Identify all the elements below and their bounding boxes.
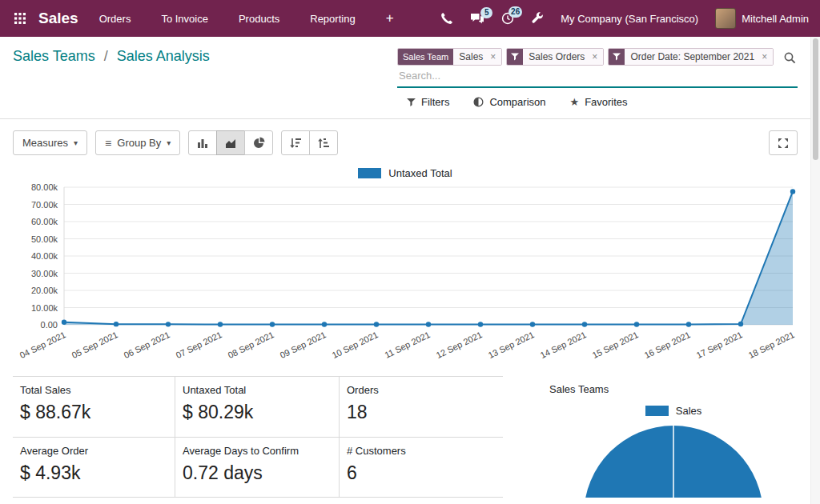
sort-descending-button[interactable] xyxy=(281,130,310,155)
search-area: Sales Team Sales × Sales Orders × Order … xyxy=(397,48,798,108)
messages-icon[interactable]: 5 xyxy=(470,13,484,25)
facet-sales-orders: Sales Orders × xyxy=(506,48,604,66)
top-navbar: Sales Orders To Invoice Products Reporti… xyxy=(0,0,820,37)
svg-text:10 Sep 2021: 10 Sep 2021 xyxy=(331,330,380,360)
svg-text:06 Sep 2021: 06 Sep 2021 xyxy=(123,330,171,360)
stat-value: $ 80.29k xyxy=(183,402,331,423)
svg-text:09 Sep 2021: 09 Sep 2021 xyxy=(279,330,328,360)
facet-remove-icon[interactable]: × xyxy=(488,49,501,65)
app-name[interactable]: Sales xyxy=(38,10,78,27)
stat-label: Average Order xyxy=(20,445,167,457)
svg-text:50.00k: 50.00k xyxy=(31,234,58,244)
line-chart-button[interactable] xyxy=(216,130,245,155)
scrollbar-thumb[interactable] xyxy=(813,38,818,160)
nav-item-to-invoice[interactable]: To Invoice xyxy=(161,13,208,25)
bar-chart-button[interactable] xyxy=(188,130,217,155)
stat-value: 6 xyxy=(347,462,495,484)
legend-label: Untaxed Total xyxy=(388,167,452,179)
chart-type-switcher xyxy=(188,130,273,155)
main-menu: Orders To Invoice Products Reporting xyxy=(99,13,356,25)
favorites-dropdown[interactable]: ★ Favorites xyxy=(569,96,627,108)
pie-chart-button[interactable] xyxy=(244,130,273,155)
measures-label: Measures xyxy=(22,137,68,149)
nav-item-products[interactable]: Products xyxy=(239,13,279,25)
svg-text:13 Sep 2021: 13 Sep 2021 xyxy=(487,330,536,360)
sort-desc-icon xyxy=(289,138,302,149)
sort-switcher xyxy=(281,130,338,155)
view-toolbar: Measures ▾ ≡ Group By ▾ xyxy=(0,119,810,155)
user-name: Mitchell Admin xyxy=(742,13,809,25)
breadcrumb-parent[interactable]: Sales Teams xyxy=(13,48,95,64)
filters-label: Filters xyxy=(421,96,449,108)
grid-icon xyxy=(14,12,26,25)
svg-text:0.00: 0.00 xyxy=(41,320,58,330)
group-by-label: Group By xyxy=(117,137,161,149)
list-icon: ≡ xyxy=(105,137,111,150)
pie-chart-title: Sales Teams xyxy=(549,376,798,395)
bar-chart-icon xyxy=(197,138,208,149)
stat-value: 0.72 days xyxy=(183,462,331,484)
facet-sales-team: Sales Team Sales × xyxy=(397,48,502,66)
breadcrumb: Sales Teams / Sales Analysis xyxy=(13,48,210,65)
company-switcher[interactable]: My Company (San Francisco) xyxy=(561,13,698,25)
chevron-down-icon: ▾ xyxy=(74,138,78,147)
activities-clock-icon[interactable]: 26 xyxy=(501,12,514,25)
pie-chart-legend[interactable]: Sales xyxy=(549,405,798,417)
adjust-icon xyxy=(473,97,484,107)
sort-ascending-button[interactable] xyxy=(309,130,338,155)
svg-text:10.00k: 10.00k xyxy=(31,303,58,313)
measures-button[interactable]: Measures ▾ xyxy=(13,130,87,155)
dashboard-stats: Total Sales $ 88.67k Untaxed Total $ 80.… xyxy=(0,376,810,498)
group-by-button[interactable]: ≡ Group By ▾ xyxy=(95,130,180,155)
search-controls: Filters Comparison ★ Favorites xyxy=(397,96,798,108)
messages-count-badge: 5 xyxy=(480,7,492,18)
phone-icon[interactable] xyxy=(440,12,453,25)
favorites-label: Favorites xyxy=(585,96,627,108)
nav-item-reporting[interactable]: Reporting xyxy=(310,13,355,25)
facet-order-date: Order Date: September 2021 × xyxy=(608,48,774,66)
search-box: Sales Team Sales × Sales Orders × Order … xyxy=(397,48,798,88)
search-input[interactable] xyxy=(397,66,777,84)
line-chart-legend[interactable]: Untaxed Total xyxy=(0,167,810,179)
svg-text:30.00k: 30.00k xyxy=(31,269,58,278)
stat-label: # Customers xyxy=(347,445,495,457)
star-icon: ★ xyxy=(569,96,579,108)
svg-text:70.00k: 70.00k xyxy=(31,200,58,210)
svg-text:40.00k: 40.00k xyxy=(31,251,58,261)
stat-label: Orders xyxy=(347,384,495,396)
facet-remove-icon[interactable]: × xyxy=(590,49,603,65)
facet-remove-icon[interactable]: × xyxy=(760,49,773,65)
quick-create-plus-icon[interactable]: + xyxy=(386,10,394,26)
nav-item-orders[interactable]: Orders xyxy=(99,13,131,25)
svg-text:20.00k: 20.00k xyxy=(31,286,58,295)
svg-text:05 Sep 2021: 05 Sep 2021 xyxy=(70,330,119,360)
filters-dropdown[interactable]: Filters xyxy=(407,96,449,108)
graph-view: Measures ▾ ≡ Group By ▾ xyxy=(0,118,810,498)
comparison-dropdown[interactable]: Comparison xyxy=(473,96,545,108)
pie-chart xyxy=(549,421,798,498)
svg-text:14 Sep 2021: 14 Sep 2021 xyxy=(539,330,588,360)
stat-value: $ 4.93k xyxy=(20,462,167,484)
svg-text:80.00k: 80.00k xyxy=(31,182,58,192)
chevron-down-icon: ▾ xyxy=(167,138,171,147)
svg-text:18 Sep 2021: 18 Sep 2021 xyxy=(747,330,796,360)
svg-text:11 Sep 2021: 11 Sep 2021 xyxy=(383,330,432,360)
facet-field-label: Sales Team xyxy=(398,49,453,65)
user-avatar xyxy=(715,8,736,29)
svg-text:15 Sep 2021: 15 Sep 2021 xyxy=(591,330,640,360)
user-menu[interactable]: Mitchell Admin xyxy=(715,8,809,29)
stat-value: $ 88.67k xyxy=(20,402,167,423)
apps-menu-icon[interactable] xyxy=(10,8,30,29)
fullscreen-button[interactable] xyxy=(769,130,798,155)
stats-grid: Total Sales $ 88.67k Untaxed Total $ 80.… xyxy=(13,376,503,498)
filter-funnel-icon xyxy=(609,49,625,65)
stat-customers: # Customers 6 xyxy=(339,437,503,498)
expand-icon xyxy=(778,138,789,149)
debug-wrench-icon[interactable] xyxy=(531,12,544,25)
control-panel: Sales Teams / Sales Analysis Sales Team … xyxy=(0,37,810,108)
stat-orders: Orders 18 xyxy=(339,376,503,437)
svg-text:07 Sep 2021: 07 Sep 2021 xyxy=(175,330,223,360)
svg-text:16 Sep 2021: 16 Sep 2021 xyxy=(643,330,692,360)
facet-value: Sales Orders xyxy=(523,49,590,65)
search-icon[interactable] xyxy=(784,52,796,67)
